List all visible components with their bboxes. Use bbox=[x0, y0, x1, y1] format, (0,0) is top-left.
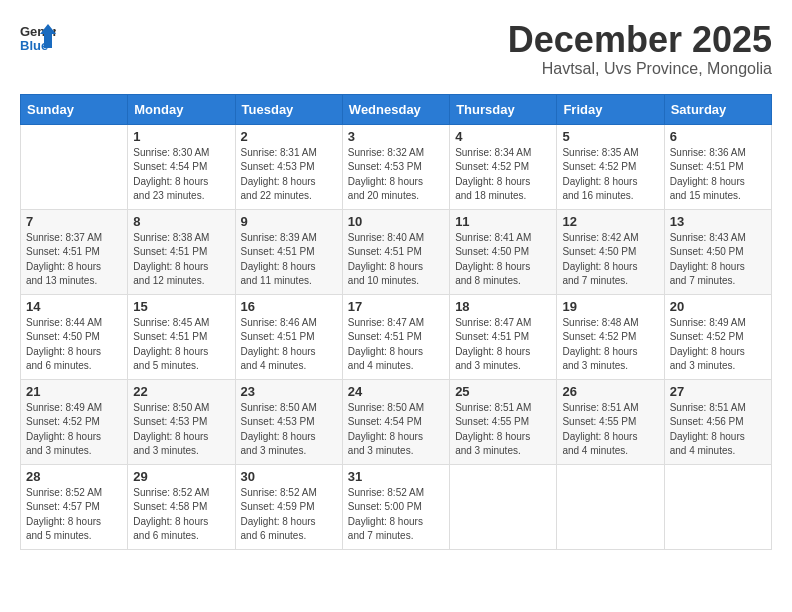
calendar-day-cell bbox=[557, 464, 664, 549]
day-number: 9 bbox=[241, 214, 337, 229]
day-number: 15 bbox=[133, 299, 229, 314]
day-number: 17 bbox=[348, 299, 444, 314]
day-info: Sunrise: 8:51 AM Sunset: 4:55 PM Dayligh… bbox=[455, 401, 551, 459]
calendar-day-cell: 30Sunrise: 8:52 AM Sunset: 4:59 PM Dayli… bbox=[235, 464, 342, 549]
page-header: General Blue December 2025 Havtsal, Uvs … bbox=[20, 20, 772, 78]
day-info: Sunrise: 8:35 AM Sunset: 4:52 PM Dayligh… bbox=[562, 146, 658, 204]
calendar-week-row: 28Sunrise: 8:52 AM Sunset: 4:57 PM Dayli… bbox=[21, 464, 772, 549]
day-number: 4 bbox=[455, 129, 551, 144]
calendar-day-cell: 1Sunrise: 8:30 AM Sunset: 4:54 PM Daylig… bbox=[128, 124, 235, 209]
calendar-day-cell: 26Sunrise: 8:51 AM Sunset: 4:55 PM Dayli… bbox=[557, 379, 664, 464]
calendar-week-row: 14Sunrise: 8:44 AM Sunset: 4:50 PM Dayli… bbox=[21, 294, 772, 379]
calendar-day-header: Friday bbox=[557, 94, 664, 124]
calendar-day-cell: 5Sunrise: 8:35 AM Sunset: 4:52 PM Daylig… bbox=[557, 124, 664, 209]
day-number: 13 bbox=[670, 214, 766, 229]
day-info: Sunrise: 8:44 AM Sunset: 4:50 PM Dayligh… bbox=[26, 316, 122, 374]
calendar-day-cell: 16Sunrise: 8:46 AM Sunset: 4:51 PM Dayli… bbox=[235, 294, 342, 379]
day-info: Sunrise: 8:52 AM Sunset: 4:59 PM Dayligh… bbox=[241, 486, 337, 544]
day-info: Sunrise: 8:47 AM Sunset: 4:51 PM Dayligh… bbox=[455, 316, 551, 374]
calendar-day-cell: 18Sunrise: 8:47 AM Sunset: 4:51 PM Dayli… bbox=[450, 294, 557, 379]
calendar-day-cell: 23Sunrise: 8:50 AM Sunset: 4:53 PM Dayli… bbox=[235, 379, 342, 464]
day-info: Sunrise: 8:50 AM Sunset: 4:53 PM Dayligh… bbox=[241, 401, 337, 459]
day-number: 20 bbox=[670, 299, 766, 314]
calendar-day-cell: 4Sunrise: 8:34 AM Sunset: 4:52 PM Daylig… bbox=[450, 124, 557, 209]
day-number: 28 bbox=[26, 469, 122, 484]
day-info: Sunrise: 8:32 AM Sunset: 4:53 PM Dayligh… bbox=[348, 146, 444, 204]
month-title: December 2025 bbox=[508, 20, 772, 60]
day-info: Sunrise: 8:52 AM Sunset: 4:57 PM Dayligh… bbox=[26, 486, 122, 544]
day-number: 10 bbox=[348, 214, 444, 229]
day-info: Sunrise: 8:46 AM Sunset: 4:51 PM Dayligh… bbox=[241, 316, 337, 374]
day-number: 11 bbox=[455, 214, 551, 229]
calendar-week-row: 21Sunrise: 8:49 AM Sunset: 4:52 PM Dayli… bbox=[21, 379, 772, 464]
day-info: Sunrise: 8:52 AM Sunset: 4:58 PM Dayligh… bbox=[133, 486, 229, 544]
calendar-day-cell: 11Sunrise: 8:41 AM Sunset: 4:50 PM Dayli… bbox=[450, 209, 557, 294]
calendar-week-row: 1Sunrise: 8:30 AM Sunset: 4:54 PM Daylig… bbox=[21, 124, 772, 209]
day-info: Sunrise: 8:38 AM Sunset: 4:51 PM Dayligh… bbox=[133, 231, 229, 289]
calendar-day-header: Wednesday bbox=[342, 94, 449, 124]
svg-text:Blue: Blue bbox=[20, 38, 48, 53]
calendar-day-cell: 27Sunrise: 8:51 AM Sunset: 4:56 PM Dayli… bbox=[664, 379, 771, 464]
day-info: Sunrise: 8:40 AM Sunset: 4:51 PM Dayligh… bbox=[348, 231, 444, 289]
calendar-day-cell: 19Sunrise: 8:48 AM Sunset: 4:52 PM Dayli… bbox=[557, 294, 664, 379]
day-info: Sunrise: 8:45 AM Sunset: 4:51 PM Dayligh… bbox=[133, 316, 229, 374]
calendar-day-cell: 31Sunrise: 8:52 AM Sunset: 5:00 PM Dayli… bbox=[342, 464, 449, 549]
calendar-table: SundayMondayTuesdayWednesdayThursdayFrid… bbox=[20, 94, 772, 550]
day-number: 22 bbox=[133, 384, 229, 399]
day-info: Sunrise: 8:42 AM Sunset: 4:50 PM Dayligh… bbox=[562, 231, 658, 289]
day-number: 12 bbox=[562, 214, 658, 229]
day-number: 8 bbox=[133, 214, 229, 229]
day-info: Sunrise: 8:47 AM Sunset: 4:51 PM Dayligh… bbox=[348, 316, 444, 374]
day-number: 18 bbox=[455, 299, 551, 314]
calendar-day-cell: 25Sunrise: 8:51 AM Sunset: 4:55 PM Dayli… bbox=[450, 379, 557, 464]
day-info: Sunrise: 8:31 AM Sunset: 4:53 PM Dayligh… bbox=[241, 146, 337, 204]
calendar-day-cell: 12Sunrise: 8:42 AM Sunset: 4:50 PM Dayli… bbox=[557, 209, 664, 294]
logo-icon: General Blue bbox=[20, 20, 56, 56]
calendar-day-cell: 28Sunrise: 8:52 AM Sunset: 4:57 PM Dayli… bbox=[21, 464, 128, 549]
day-number: 27 bbox=[670, 384, 766, 399]
day-number: 24 bbox=[348, 384, 444, 399]
calendar-day-cell: 15Sunrise: 8:45 AM Sunset: 4:51 PM Dayli… bbox=[128, 294, 235, 379]
day-number: 16 bbox=[241, 299, 337, 314]
day-info: Sunrise: 8:51 AM Sunset: 4:55 PM Dayligh… bbox=[562, 401, 658, 459]
day-number: 26 bbox=[562, 384, 658, 399]
calendar-day-cell: 24Sunrise: 8:50 AM Sunset: 4:54 PM Dayli… bbox=[342, 379, 449, 464]
location-title: Havtsal, Uvs Province, Mongolia bbox=[508, 60, 772, 78]
day-info: Sunrise: 8:43 AM Sunset: 4:50 PM Dayligh… bbox=[670, 231, 766, 289]
calendar-day-cell: 2Sunrise: 8:31 AM Sunset: 4:53 PM Daylig… bbox=[235, 124, 342, 209]
day-info: Sunrise: 8:39 AM Sunset: 4:51 PM Dayligh… bbox=[241, 231, 337, 289]
day-number: 1 bbox=[133, 129, 229, 144]
calendar-day-cell: 8Sunrise: 8:38 AM Sunset: 4:51 PM Daylig… bbox=[128, 209, 235, 294]
day-number: 6 bbox=[670, 129, 766, 144]
day-number: 2 bbox=[241, 129, 337, 144]
day-info: Sunrise: 8:49 AM Sunset: 4:52 PM Dayligh… bbox=[670, 316, 766, 374]
calendar-header-row: SundayMondayTuesdayWednesdayThursdayFrid… bbox=[21, 94, 772, 124]
calendar-day-cell: 20Sunrise: 8:49 AM Sunset: 4:52 PM Dayli… bbox=[664, 294, 771, 379]
calendar-day-header: Sunday bbox=[21, 94, 128, 124]
day-info: Sunrise: 8:36 AM Sunset: 4:51 PM Dayligh… bbox=[670, 146, 766, 204]
title-area: December 2025 Havtsal, Uvs Province, Mon… bbox=[508, 20, 772, 78]
calendar-week-row: 7Sunrise: 8:37 AM Sunset: 4:51 PM Daylig… bbox=[21, 209, 772, 294]
calendar-day-cell: 22Sunrise: 8:50 AM Sunset: 4:53 PM Dayli… bbox=[128, 379, 235, 464]
calendar-day-cell: 14Sunrise: 8:44 AM Sunset: 4:50 PM Dayli… bbox=[21, 294, 128, 379]
day-number: 3 bbox=[348, 129, 444, 144]
calendar-day-header: Saturday bbox=[664, 94, 771, 124]
calendar-day-header: Tuesday bbox=[235, 94, 342, 124]
calendar-day-cell: 9Sunrise: 8:39 AM Sunset: 4:51 PM Daylig… bbox=[235, 209, 342, 294]
day-number: 25 bbox=[455, 384, 551, 399]
calendar-day-cell: 29Sunrise: 8:52 AM Sunset: 4:58 PM Dayli… bbox=[128, 464, 235, 549]
calendar-day-header: Thursday bbox=[450, 94, 557, 124]
day-info: Sunrise: 8:30 AM Sunset: 4:54 PM Dayligh… bbox=[133, 146, 229, 204]
day-number: 5 bbox=[562, 129, 658, 144]
calendar-day-cell: 7Sunrise: 8:37 AM Sunset: 4:51 PM Daylig… bbox=[21, 209, 128, 294]
calendar-day-cell bbox=[450, 464, 557, 549]
day-info: Sunrise: 8:48 AM Sunset: 4:52 PM Dayligh… bbox=[562, 316, 658, 374]
calendar-day-cell: 13Sunrise: 8:43 AM Sunset: 4:50 PM Dayli… bbox=[664, 209, 771, 294]
calendar-day-cell bbox=[21, 124, 128, 209]
day-info: Sunrise: 8:34 AM Sunset: 4:52 PM Dayligh… bbox=[455, 146, 551, 204]
calendar-day-header: Monday bbox=[128, 94, 235, 124]
day-number: 30 bbox=[241, 469, 337, 484]
calendar-day-cell bbox=[664, 464, 771, 549]
logo: General Blue bbox=[20, 20, 60, 56]
day-info: Sunrise: 8:50 AM Sunset: 4:54 PM Dayligh… bbox=[348, 401, 444, 459]
